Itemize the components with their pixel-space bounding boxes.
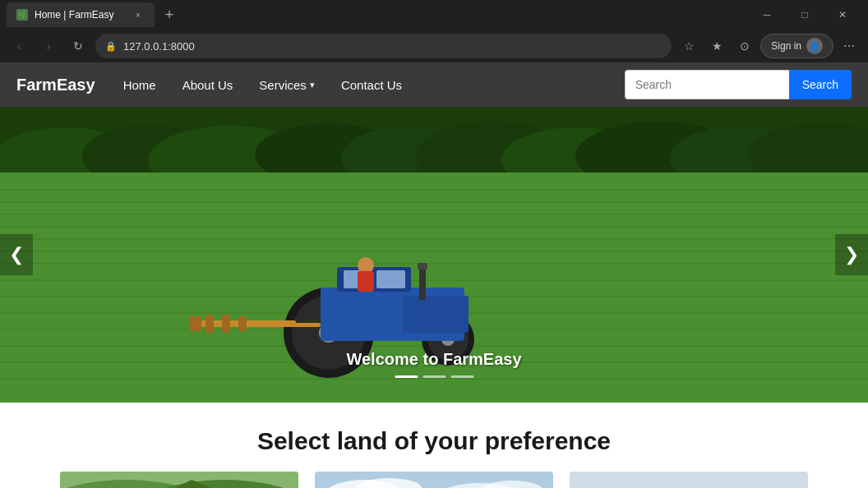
svg-rect-40: [358, 271, 374, 292]
window-controls: ─ □ ✕: [748, 0, 861, 30]
svg-rect-38: [376, 270, 405, 288]
svg-rect-15: [0, 226, 868, 228]
tab-favicon: 🌿: [16, 9, 28, 21]
chevron-down-icon: ▾: [310, 80, 315, 90]
carousel-indicators: [346, 375, 521, 378]
forward-button[interactable]: ›: [36, 34, 61, 58]
address-text: 127.0.0.1:8000: [123, 40, 662, 53]
tab-bar: 🌿 Home | FarmEasy × + ─ □ ✕: [0, 0, 868, 30]
svg-rect-14: [0, 214, 868, 215]
favorites-icon[interactable]: ☆: [676, 34, 701, 58]
svg-rect-33: [403, 296, 469, 333]
hero-caption-text: Welcome to FarmEasy: [346, 350, 521, 369]
svg-rect-42: [189, 316, 201, 331]
search-input[interactable]: [625, 70, 789, 99]
profile-icon[interactable]: ⊙: [732, 34, 757, 58]
nav-link-about[interactable]: About Us: [171, 73, 245, 97]
svg-rect-16: [0, 238, 868, 240]
carousel-indicator-3[interactable]: [450, 375, 473, 378]
nav-links: Home About Us Services ▾ Contact Us: [112, 73, 625, 97]
close-button[interactable]: ✕: [824, 0, 861, 30]
hero-carousel: ❮ ❯ Welcome to FarmEasy: [0, 107, 868, 403]
section-title: Select land of your preference: [0, 403, 868, 472]
sign-in-label: Sign in: [771, 40, 801, 52]
carousel-next-button[interactable]: ❯: [835, 234, 868, 275]
collections-icon[interactable]: ★: [704, 34, 729, 58]
website-content: FarmEasy Home About Us Services ▾ Contac…: [0, 62, 868, 488]
svg-rect-19: [0, 279, 868, 281]
search-area: Search: [625, 70, 852, 99]
svg-rect-12: [0, 189, 868, 191]
land-card-3[interactable]: [570, 472, 808, 488]
maximize-button[interactable]: □: [786, 0, 824, 30]
chevron-right-icon: ❯: [844, 244, 859, 265]
lock-icon: 🔒: [105, 41, 117, 52]
browser-toolbar-icons: ☆ ★ ⊙ Sign in 👤 ⋯: [676, 34, 861, 58]
tab-title: Home | FarmEasy: [35, 9, 125, 21]
land-card-3-image: [570, 472, 808, 488]
nav-link-services[interactable]: Services ▾: [247, 73, 326, 97]
chevron-left-icon: ❮: [9, 244, 24, 265]
svg-rect-60: [570, 472, 808, 488]
svg-rect-44: [222, 315, 230, 333]
land-cards: [0, 472, 868, 488]
land-card-2[interactable]: [315, 472, 553, 488]
svg-rect-25: [0, 378, 868, 380]
svg-rect-35: [418, 263, 427, 269]
land-card-1-image: [60, 472, 298, 488]
svg-rect-34: [419, 267, 426, 300]
nav-link-home[interactable]: Home: [112, 73, 168, 97]
svg-rect-45: [238, 316, 247, 331]
svg-rect-18: [0, 263, 868, 265]
sign-in-avatar: 👤: [806, 38, 823, 54]
carousel-indicator-1[interactable]: [395, 375, 418, 378]
svg-rect-17: [0, 251, 868, 252]
nav-link-contact[interactable]: Contact Us: [330, 73, 413, 97]
site-logo[interactable]: FarmEasy: [16, 76, 95, 94]
carousel-prev-button[interactable]: ❮: [0, 234, 33, 275]
minimize-button[interactable]: ─: [748, 0, 786, 30]
land-card-2-image: [315, 472, 553, 488]
site-navbar: FarmEasy Home About Us Services ▾ Contac…: [0, 62, 868, 107]
hero-caption: Welcome to FarmEasy: [346, 350, 521, 378]
land-card-1[interactable]: [60, 472, 298, 488]
refresh-button[interactable]: ↻: [66, 34, 90, 58]
svg-rect-43: [205, 315, 214, 333]
browser-chrome: 🌿 Home | FarmEasy × + ─ □ ✕ ‹ › ↻ 🔒 127.…: [0, 0, 868, 62]
tab-close-button[interactable]: ×: [132, 8, 145, 21]
address-bar-row: ‹ › ↻ 🔒 127.0.0.1:8000 ☆ ★ ⊙ Sign in 👤 ⋯: [0, 30, 868, 62]
svg-rect-13: [0, 201, 868, 203]
new-tab-button[interactable]: +: [158, 3, 181, 26]
search-button[interactable]: Search: [789, 70, 852, 99]
back-button[interactable]: ‹: [7, 34, 31, 58]
more-options-icon[interactable]: ⋯: [837, 34, 861, 58]
browser-tab[interactable]: 🌿 Home | FarmEasy ×: [7, 2, 155, 27]
sign-in-button[interactable]: Sign in 👤: [760, 34, 833, 58]
address-bar[interactable]: 🔒 127.0.0.1:8000: [95, 34, 672, 58]
svg-rect-46: [271, 323, 321, 327]
carousel-indicator-2[interactable]: [422, 375, 446, 378]
